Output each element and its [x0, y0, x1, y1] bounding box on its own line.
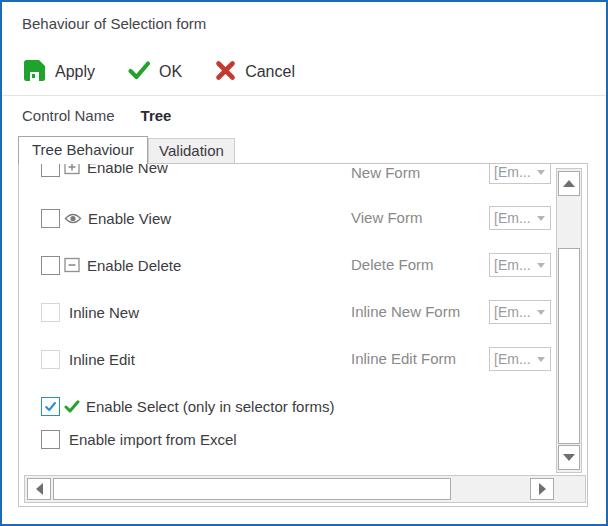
arrow-down-icon [563, 454, 575, 461]
chevron-down-icon [537, 357, 545, 362]
scroll-left-button[interactable] [27, 478, 51, 500]
inline-edit-form-dropdown-value: [Em... [494, 351, 531, 367]
chevron-down-icon [537, 216, 545, 221]
scroll-up-button[interactable] [558, 171, 580, 196]
enable-view-checkbox[interactable] [41, 209, 60, 228]
minus-box-icon [64, 257, 81, 273]
enable-import-excel-label: Enable import from Excel [69, 431, 237, 448]
inline-edit-form-label: Inline Edit Form [351, 350, 456, 367]
inline-edit-label: Inline Edit [69, 351, 135, 368]
view-form-label: View Form [351, 209, 422, 226]
inline-new-form-label: Inline New Form [351, 303, 460, 320]
delete-form-dropdown-value: [Em... [494, 257, 531, 273]
row-inline-edit: Inline Edit [41, 349, 135, 369]
row-enable-select: Enable Select (only in selector forms) [41, 396, 334, 416]
tab-validation[interactable]: Validation [148, 138, 235, 164]
check-icon [127, 60, 151, 85]
tree-behaviour-panel: Enable New New Form [Em... Enable View V… [18, 163, 588, 507]
inline-new-form-dropdown[interactable]: [Em... [489, 300, 551, 324]
row-enable-new: Enable New [41, 163, 168, 177]
toolbar: Apply OK Cancel [22, 57, 295, 87]
enable-new-label: Enable New [87, 163, 168, 176]
delete-form-dropdown[interactable]: [Em... [489, 253, 551, 277]
vertical-scrollbar[interactable] [556, 168, 582, 473]
control-name-label: Control Name [22, 107, 115, 124]
scroll-right-button[interactable] [530, 478, 554, 500]
vertical-scrollbar-thumb[interactable] [558, 248, 580, 444]
chevron-down-icon [537, 310, 545, 315]
cancel-label: Cancel [245, 63, 295, 81]
ok-button[interactable]: OK [127, 60, 182, 85]
ok-label: OK [159, 63, 182, 81]
row-inline-new: Inline New [41, 302, 139, 322]
delete-form-label: Delete Form [351, 256, 434, 273]
apply-button[interactable]: Apply [22, 58, 95, 87]
inline-new-checkbox[interactable] [41, 303, 60, 322]
horizontal-scrollbar[interactable] [24, 475, 586, 503]
enable-select-label: Enable Select (only in selector forms) [86, 398, 334, 415]
x-icon [214, 59, 237, 86]
enable-delete-label: Enable Delete [87, 257, 181, 274]
tab-tree-behaviour[interactable]: Tree Behaviour [18, 136, 148, 164]
control-name-row: Control Name Tree [22, 107, 171, 124]
row-enable-delete: Enable Delete [41, 255, 181, 275]
save-icon [22, 58, 47, 87]
scroll-down-button[interactable] [558, 445, 580, 470]
row-enable-import-excel: Enable import from Excel [41, 429, 237, 449]
chevron-down-icon [537, 170, 545, 175]
inline-new-form-dropdown-value: [Em... [494, 304, 531, 320]
enable-delete-checkbox[interactable] [41, 256, 60, 275]
control-name-value: Tree [141, 107, 172, 124]
eye-icon [64, 212, 82, 225]
toolbar-separator [2, 95, 606, 96]
arrow-up-icon [563, 180, 575, 187]
enable-view-label: Enable View [88, 210, 171, 227]
inline-edit-checkbox[interactable] [41, 350, 60, 369]
enable-import-excel-checkbox[interactable] [41, 430, 60, 449]
view-form-dropdown-value: [Em... [494, 210, 531, 226]
new-form-label: New Form [351, 164, 420, 181]
inline-edit-form-dropdown[interactable]: [Em... [489, 347, 551, 371]
chevron-down-icon [537, 263, 545, 268]
dialog-title: Behaviour of Selection form [22, 15, 206, 32]
row-enable-view: Enable View [41, 208, 171, 228]
enable-select-checkbox[interactable] [41, 397, 60, 416]
new-form-dropdown[interactable]: [Em... [489, 163, 551, 184]
behaviour-dialog: Behaviour of Selection form Apply OK [0, 0, 608, 526]
cancel-button[interactable]: Cancel [214, 59, 295, 86]
green-check-icon [64, 400, 80, 413]
apply-label: Apply [55, 63, 95, 81]
view-form-dropdown[interactable]: [Em... [489, 206, 551, 230]
arrow-right-icon [539, 483, 546, 495]
arrow-left-icon [36, 483, 43, 495]
inline-new-label: Inline New [69, 304, 139, 321]
enable-new-checkbox[interactable] [41, 163, 60, 177]
new-form-dropdown-value: [Em... [494, 164, 531, 180]
horizontal-scrollbar-thumb[interactable] [53, 478, 451, 500]
plus-box-icon [64, 163, 81, 175]
